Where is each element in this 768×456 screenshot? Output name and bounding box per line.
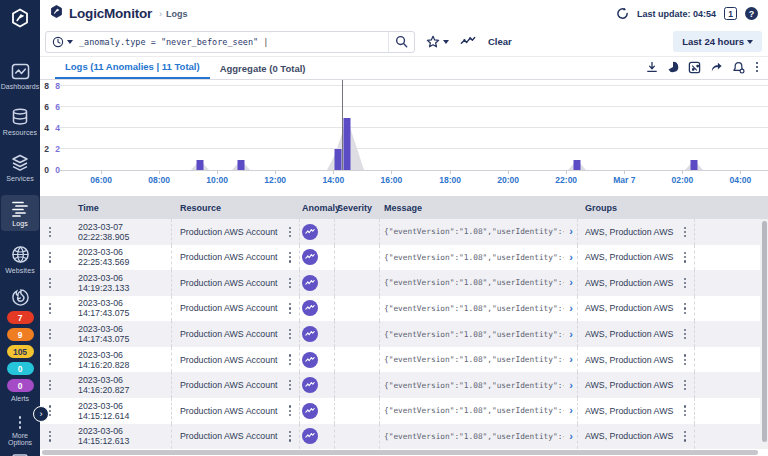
search-history-icon[interactable] bbox=[52, 36, 73, 48]
row-menu-icon[interactable] bbox=[47, 301, 53, 316]
table-row[interactable]: 2023-03-07 02:22:38.905Production AWS Ac… bbox=[40, 219, 768, 245]
tab-logs[interactable]: Logs (11 Anomalies | 11 Total) bbox=[55, 57, 210, 79]
table-row[interactable]: 2023-03-06 14:15:12.614Production AWS Ac… bbox=[40, 398, 768, 424]
expand-message-icon[interactable]: › bbox=[569, 380, 573, 391]
col-severity[interactable]: Severity bbox=[335, 203, 380, 213]
anomaly-badge-icon[interactable] bbox=[302, 377, 318, 393]
sidebar-item-logs[interactable]: Logs bbox=[1, 195, 39, 231]
report-icon[interactable] bbox=[688, 61, 701, 74]
row-menu-icon[interactable] bbox=[682, 276, 688, 291]
col-resource[interactable]: Resource bbox=[172, 203, 300, 213]
help-icon[interactable]: ? bbox=[745, 7, 758, 20]
time-range-dropdown[interactable]: Last 24 hours bbox=[673, 31, 762, 52]
table-row[interactable]: 2023-03-06 14:19:23.133Production AWS Ac… bbox=[40, 270, 768, 296]
table-row[interactable]: 2023-03-06 14:17:43.075Production AWS Ac… bbox=[40, 296, 768, 322]
row-menu-icon[interactable] bbox=[287, 276, 293, 291]
anomaly-bar[interactable] bbox=[691, 160, 698, 171]
search-icon[interactable] bbox=[388, 32, 408, 52]
alert-count-badge[interactable]: 9 bbox=[7, 328, 34, 341]
expand-message-icon[interactable]: › bbox=[569, 431, 573, 442]
alert-count-badge[interactable]: 0 bbox=[7, 362, 34, 375]
row-menu-icon[interactable] bbox=[682, 378, 688, 393]
row-menu-icon[interactable] bbox=[287, 250, 293, 265]
table-row[interactable]: 2023-03-06 14:15:12.613Production AWS Ac… bbox=[40, 424, 768, 450]
table-row[interactable]: 2023-03-06 14:16:20.828Production AWS Ac… bbox=[40, 347, 768, 373]
anomaly-bar[interactable] bbox=[197, 160, 204, 171]
anomaly-badge-icon[interactable] bbox=[302, 428, 318, 444]
row-menu-icon[interactable] bbox=[47, 378, 53, 393]
anomaly-bar[interactable] bbox=[238, 160, 245, 171]
table-row[interactable]: 2023-03-06 14:17:43.075Production AWS Ac… bbox=[40, 321, 768, 347]
logicmonitor-logo-icon[interactable] bbox=[8, 6, 32, 30]
row-menu-icon[interactable] bbox=[682, 429, 688, 444]
anomaly-badge-icon[interactable] bbox=[302, 300, 318, 316]
anomaly-badge-icon[interactable] bbox=[302, 224, 318, 240]
col-time[interactable]: Time bbox=[60, 203, 172, 213]
expand-message-icon[interactable]: › bbox=[569, 277, 573, 288]
sidebar-item-services[interactable]: Services bbox=[1, 149, 39, 186]
row-menu-icon[interactable] bbox=[47, 429, 53, 444]
row-menu-icon[interactable] bbox=[287, 378, 293, 393]
notification-badge[interactable]: 1 bbox=[724, 7, 737, 20]
sidebar-expand-button[interactable]: › bbox=[33, 406, 49, 422]
anomaly-filter-icon[interactable] bbox=[460, 35, 476, 48]
download-icon[interactable] bbox=[646, 61, 658, 73]
horizontal-scrollbar-thumb[interactable] bbox=[42, 450, 758, 455]
expand-message-icon[interactable]: › bbox=[569, 405, 573, 416]
row-menu-icon[interactable] bbox=[682, 403, 688, 418]
alert-settings-icon[interactable] bbox=[732, 61, 745, 74]
row-menu-icon[interactable] bbox=[287, 327, 293, 342]
anomaly-badge-icon[interactable] bbox=[302, 403, 318, 419]
refresh-icon[interactable] bbox=[616, 7, 629, 20]
row-menu-icon[interactable] bbox=[47, 327, 53, 342]
table-row[interactable]: 2023-03-06 22:25:43.569Production AWS Ac… bbox=[40, 245, 768, 271]
sidebar-item-resources[interactable]: Resources bbox=[1, 103, 39, 140]
vertical-scrollbar-thumb[interactable] bbox=[762, 221, 767, 442]
tab-aggregate[interactable]: Aggregate (0 Total) bbox=[210, 59, 316, 79]
anomaly-badge-icon[interactable] bbox=[302, 249, 318, 265]
alert-count-badge[interactable]: 105 bbox=[7, 345, 34, 358]
row-menu-icon[interactable] bbox=[287, 429, 293, 444]
more-menu-icon[interactable] bbox=[754, 60, 760, 74]
clear-button[interactable]: Clear bbox=[488, 36, 512, 47]
expand-message-icon[interactable]: › bbox=[569, 303, 573, 314]
saved-searches-star-icon[interactable] bbox=[426, 35, 449, 49]
anomaly-bar[interactable] bbox=[343, 118, 350, 171]
col-anomaly[interactable]: Anomaly bbox=[300, 203, 335, 213]
row-menu-icon[interactable] bbox=[287, 403, 293, 418]
sidebar-item-websites[interactable]: Websites bbox=[1, 240, 39, 278]
alert-count-badge[interactable]: 0 bbox=[7, 379, 34, 392]
more-options-icon[interactable] bbox=[19, 416, 22, 429]
row-menu-icon[interactable] bbox=[287, 352, 293, 367]
col-message[interactable]: Message bbox=[380, 203, 578, 213]
row-menu-icon[interactable] bbox=[682, 327, 688, 342]
row-menu-icon[interactable] bbox=[47, 250, 53, 265]
share-icon[interactable] bbox=[710, 61, 723, 73]
alerts-icon[interactable] bbox=[11, 288, 30, 307]
anomaly-bar[interactable] bbox=[573, 160, 580, 171]
row-menu-icon[interactable] bbox=[287, 225, 293, 240]
search-input[interactable]: _anomaly.type = "never_before_seen" | bbox=[45, 31, 415, 53]
brand[interactable]: LogicMonitor bbox=[48, 3, 152, 24]
row-menu-icon[interactable] bbox=[682, 352, 688, 367]
table-row[interactable]: 2023-03-06 14:16:20.827Production AWS Ac… bbox=[40, 372, 768, 398]
add-to-dashboard-icon[interactable] bbox=[667, 61, 679, 73]
row-menu-icon[interactable] bbox=[47, 276, 53, 291]
col-groups[interactable]: Groups bbox=[578, 203, 695, 213]
row-menu-icon[interactable] bbox=[682, 250, 688, 265]
anomaly-badge-icon[interactable] bbox=[302, 326, 318, 342]
anomaly-badge-icon[interactable] bbox=[302, 352, 318, 368]
alert-count-badge[interactable]: 7 bbox=[7, 311, 34, 324]
anomaly-bar[interactable] bbox=[334, 149, 341, 170]
row-menu-icon[interactable] bbox=[682, 225, 688, 240]
sidebar-item-dashboards[interactable]: Dashboards bbox=[1, 58, 39, 94]
row-menu-icon[interactable] bbox=[682, 301, 688, 316]
anomaly-badge-icon[interactable] bbox=[302, 275, 318, 291]
expand-message-icon[interactable]: › bbox=[569, 252, 573, 263]
expand-message-icon[interactable]: › bbox=[569, 354, 573, 365]
row-menu-icon[interactable] bbox=[287, 301, 293, 316]
row-menu-icon[interactable] bbox=[47, 225, 53, 240]
row-menu-icon[interactable] bbox=[47, 352, 53, 367]
expand-message-icon[interactable]: › bbox=[569, 226, 573, 237]
expand-message-icon[interactable]: › bbox=[569, 329, 573, 340]
